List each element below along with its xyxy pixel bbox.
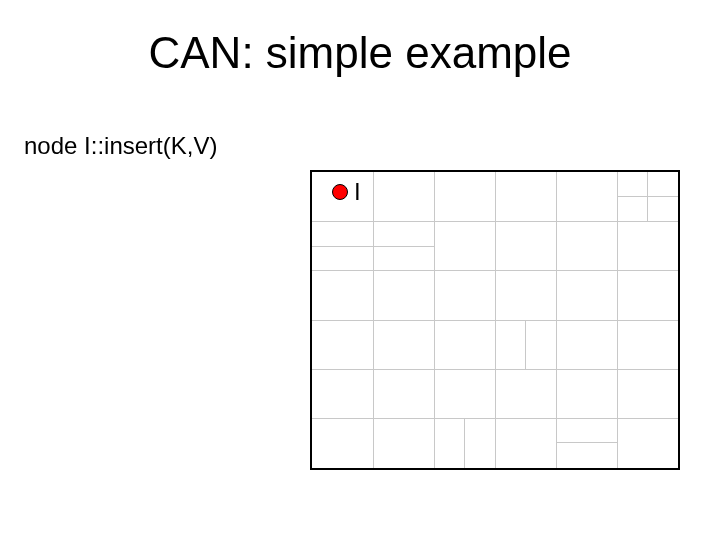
- insert-caption: node I::insert(K,V): [24, 132, 217, 160]
- slide: CAN: simple example node I::insert(K,V) …: [0, 0, 720, 540]
- grid-line: [525, 320, 526, 369]
- node-dot-i: [332, 184, 348, 200]
- grid-line: [312, 246, 434, 247]
- grid-line: [312, 221, 678, 222]
- node-label-i: I: [354, 178, 361, 206]
- grid-line: [556, 442, 617, 443]
- grid-line: [312, 320, 678, 321]
- grid-line: [312, 270, 678, 271]
- can-grid: I: [310, 170, 680, 470]
- grid-line: [464, 418, 465, 468]
- slide-title: CAN: simple example: [0, 28, 720, 78]
- grid-line: [617, 196, 678, 197]
- grid-line: [312, 418, 678, 419]
- grid-line: [312, 369, 678, 370]
